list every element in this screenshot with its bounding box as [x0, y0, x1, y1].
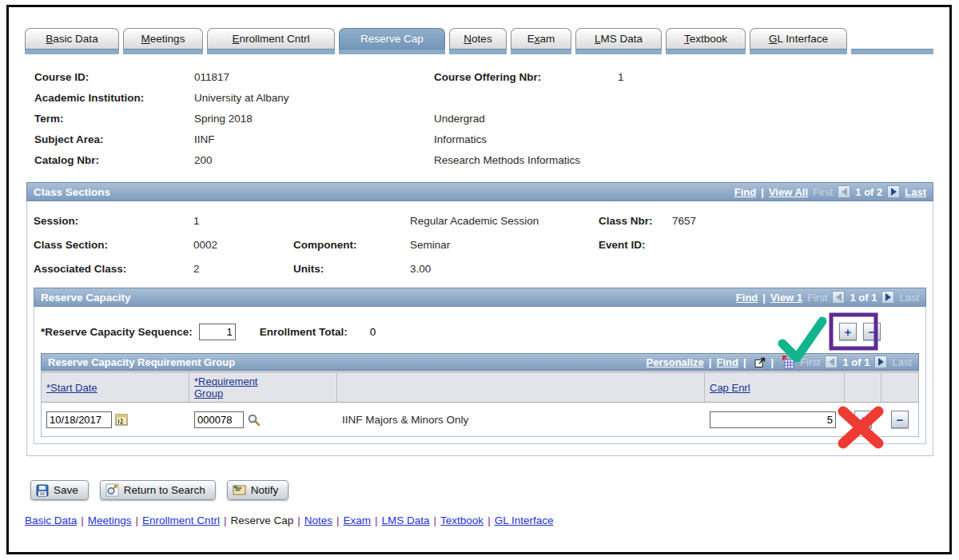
- footer-link-lms-data[interactable]: LMS Data: [382, 514, 430, 526]
- next-arrow-icon[interactable]: [887, 185, 900, 198]
- requirement-group-header: Reserve Capacity Requirement Group Perso…: [41, 353, 919, 371]
- institution-value: University at Albany: [194, 88, 434, 109]
- save-label: Save: [54, 484, 78, 496]
- associated-class-value: 2: [193, 257, 293, 281]
- tab-exam[interactable]: Exam: [511, 28, 571, 49]
- footer-link-basic-data[interactable]: Basic Data: [25, 514, 77, 526]
- separator: |: [709, 356, 712, 368]
- last-link[interactable]: Last: [905, 186, 926, 198]
- term-desc: Undergrad: [434, 109, 618, 129]
- sequence-label: *Reserve Capacity Sequence:: [41, 326, 193, 338]
- class-sections-title: Class Sections: [34, 186, 110, 198]
- return-to-search-button[interactable]: Return to Search: [100, 480, 216, 500]
- tab-label-part: T: [684, 33, 690, 45]
- separator: |: [375, 514, 378, 526]
- separator: |: [761, 186, 764, 198]
- cap-enrl-input[interactable]: [710, 411, 836, 428]
- session-value: 1: [193, 209, 293, 233]
- tab-label-part: B: [46, 33, 53, 45]
- popup-window-icon[interactable]: [754, 356, 766, 368]
- first-label: First: [800, 356, 820, 368]
- notify-button[interactable]: Notify: [227, 480, 289, 500]
- course-offering-label: Course Offering Nbr:: [434, 67, 618, 88]
- reserve-capacity-nav: Find | View 1 First 1 of 1 Last: [736, 291, 919, 304]
- sequence-actions: + −: [839, 323, 881, 340]
- start-date-input[interactable]: [46, 411, 112, 428]
- component-value: Seminar: [410, 233, 599, 257]
- enrollment-total-label: Enrollment Total:: [260, 326, 348, 338]
- notify-label: Notify: [251, 484, 279, 496]
- tab-strip-segment: [666, 49, 746, 54]
- find-link[interactable]: Find: [736, 292, 758, 304]
- course-offering-value: 1: [618, 67, 949, 88]
- prev-arrow-icon[interactable]: [825, 355, 838, 368]
- spacer: [672, 233, 926, 257]
- tab-label-part: E: [233, 33, 240, 45]
- tab-lms-data[interactable]: LMS Data: [575, 28, 662, 49]
- view-1-link[interactable]: View 1: [770, 292, 802, 304]
- start-date-sort-link[interactable]: *Start Date: [46, 382, 97, 394]
- next-arrow-icon[interactable]: [881, 291, 894, 304]
- requirement-group-sort-link[interactable]: *Requirement Group: [194, 375, 273, 399]
- tab-meetings[interactable]: Meetings: [123, 28, 203, 49]
- tab-enrollment-cntrl[interactable]: Enrollment Cntrl: [207, 28, 335, 49]
- catalog-nbr-desc: Research Methods Informatics: [434, 150, 618, 171]
- add-row-button[interactable]: +: [839, 323, 857, 340]
- download-to-excel-icon[interactable]: [782, 355, 795, 369]
- requirement-group-input[interactable]: [194, 411, 244, 428]
- last-label: Last: [892, 356, 912, 368]
- cap-enrl-sort-link[interactable]: Cap Enrl: [710, 382, 750, 394]
- session-info: Session: 1 Regular Academic Session Clas…: [34, 209, 926, 281]
- delete-column: [881, 373, 918, 402]
- find-link[interactable]: Find: [716, 356, 738, 368]
- add-cell: +: [845, 411, 881, 428]
- reserve-capacity-body: *Reserve Capacity Sequence: Enrollment T…: [34, 307, 926, 444]
- institution-label: Academic Institution:: [34, 88, 194, 109]
- lookup-icon[interactable]: [247, 413, 261, 427]
- class-nbr-label: Class Nbr:: [599, 209, 672, 233]
- tab-reserve-cap[interactable]: Reserve Cap: [339, 28, 445, 49]
- subject-area-desc: Informatics: [434, 129, 618, 150]
- calendar-icon[interactable]: [115, 413, 129, 427]
- term-label: Term:: [34, 109, 194, 129]
- tab-label-part: asic Data: [53, 33, 97, 45]
- footer-link-meetings[interactable]: Meetings: [88, 514, 132, 526]
- spacer: [599, 257, 672, 281]
- view-all-link[interactable]: View All: [769, 186, 808, 198]
- footer-link-gl-interface[interactable]: GL Interface: [495, 514, 554, 526]
- tab-label-part: extbook: [690, 33, 727, 45]
- footer-link-enrollment-cntrl[interactable]: Enrollment Cntrl: [142, 514, 220, 526]
- footer-link-notes[interactable]: Notes: [304, 514, 332, 526]
- tab-notes[interactable]: Notes: [449, 28, 507, 49]
- save-button[interactable]: Save: [30, 480, 89, 500]
- personalize-link[interactable]: Personalize: [647, 356, 704, 368]
- class-sections-body: Session: 1 Regular Academic Session Clas…: [26, 201, 933, 456]
- last-label: Last: [899, 292, 919, 304]
- tab-label-part: am: [540, 33, 555, 45]
- prev-arrow-icon[interactable]: [832, 291, 845, 304]
- return-to-search-icon: [105, 483, 119, 497]
- footer-link-textbook[interactable]: Textbook: [440, 514, 483, 526]
- session-label: Session:: [34, 209, 193, 233]
- tab-textbook[interactable]: Textbook: [666, 28, 746, 49]
- course-id-value: 011817: [194, 67, 434, 88]
- tab-strip-segment: [575, 49, 662, 54]
- find-link[interactable]: Find: [734, 186, 756, 198]
- next-arrow-icon[interactable]: [874, 355, 887, 368]
- footer-link-exam[interactable]: Exam: [344, 514, 372, 526]
- tab-strip-segment: [123, 49, 203, 54]
- table-row: IINF Majors & Minors Only +: [42, 403, 918, 436]
- tab-basic-data[interactable]: Basic Data: [25, 28, 119, 49]
- tab-label-part: nrollment Cntrl: [240, 33, 310, 45]
- prev-arrow-icon[interactable]: [838, 185, 850, 198]
- row-position: 1 of 1: [842, 356, 869, 368]
- delete-row-button[interactable]: −: [891, 411, 909, 428]
- add-row-button[interactable]: +: [854, 411, 872, 428]
- subject-area-value: IINF: [194, 129, 434, 150]
- toolbar: Save Return to Search Notify: [30, 480, 949, 500]
- session-desc: Regular Academic Session: [410, 209, 599, 233]
- tab-gl-interface[interactable]: GL Interface: [750, 28, 847, 49]
- sequence-input[interactable]: [199, 324, 236, 340]
- delete-row-button[interactable]: −: [863, 323, 881, 340]
- tab-label-part: G: [769, 33, 778, 45]
